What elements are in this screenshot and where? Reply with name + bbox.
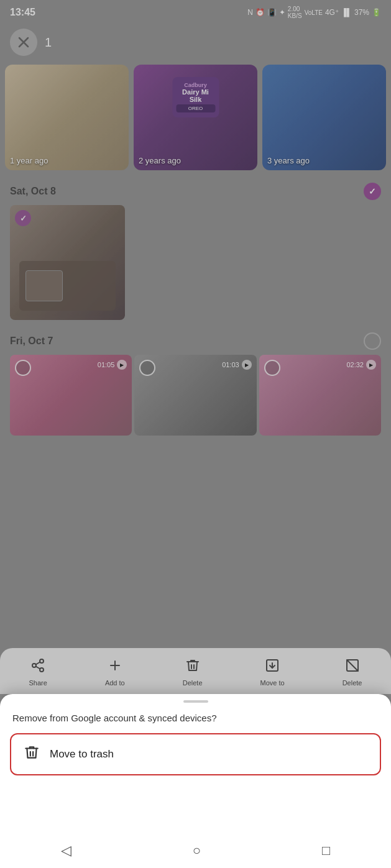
- top-bar: 1: [0, 25, 391, 60]
- alarm-icon: ⏰: [255, 8, 265, 17]
- video-duration-2: 01:03: [222, 361, 239, 368]
- recent-button[interactable]: □: [322, 843, 330, 859]
- toolbar-share[interactable]: Share: [22, 656, 55, 689]
- status-icons: N ⏰ 📳 ✦ 2.00KB/S VoLTE 4G⁺ ▐▌ 37% 🔋: [247, 6, 381, 19]
- select-circle-oct7[interactable]: [364, 332, 381, 350]
- play-icon-2: ▶: [242, 360, 252, 370]
- battery-percent: 37%: [354, 8, 369, 17]
- add-icon: [108, 658, 122, 677]
- video-time-1: 01:05 ▶: [98, 360, 127, 370]
- video-thumb-oct7-2[interactable]: 01:03 ▶: [134, 355, 256, 436]
- memory-thumb-1[interactable]: 1 year ago: [5, 65, 129, 170]
- volte-icon: VoLTE: [305, 9, 323, 16]
- bluetooth-icon: ✦: [279, 8, 285, 17]
- close-icon: [17, 36, 30, 48]
- block-icon: [345, 658, 360, 677]
- share-icon: [30, 658, 45, 677]
- moveto-icon: [265, 658, 280, 677]
- add-label: Add to: [105, 679, 125, 687]
- sheet-handle: [183, 700, 208, 703]
- main-content: 1 year ago Cadbury Dairy MiSilk OREO 2 y…: [0, 60, 391, 438]
- move-to-trash-label: Move to trash: [50, 748, 114, 761]
- signal-icon: 4G⁺: [325, 8, 339, 17]
- bottom-toolbar: Share Add to Delete Move to: [0, 648, 391, 694]
- video-uncheck-1: [15, 360, 31, 376]
- video-time-2: 01:03 ▶: [222, 360, 252, 370]
- video-duration-3: 02:32: [346, 361, 364, 368]
- video-thumb-oct7-1[interactable]: 01:05 ▶: [10, 355, 132, 436]
- signal-bars: ▐▌: [341, 8, 352, 17]
- video-uncheck-2: [139, 360, 155, 376]
- delete2-label: Delete: [343, 679, 362, 687]
- video-uncheck-3: [264, 360, 280, 376]
- section-date-oct8: Sat, Oct 8: [10, 186, 56, 197]
- memory-thumb-3[interactable]: 3 years ago: [262, 65, 386, 170]
- toolbar-add[interactable]: Add to: [98, 656, 132, 689]
- section-date-oct7: Fri, Oct 7: [10, 336, 53, 347]
- toolbar-moveto[interactable]: Move to: [253, 656, 292, 689]
- trash-icon: [24, 744, 40, 764]
- data-speed: 2.00KB/S: [288, 6, 302, 19]
- memory-label-1: 1 year ago: [10, 156, 48, 165]
- memory-label-2: 2 years ago: [139, 156, 181, 165]
- svg-line-11: [347, 660, 358, 671]
- video-duration-1: 01:05: [98, 361, 115, 368]
- svg-line-6: [36, 662, 40, 665]
- nav-bar: ◁ ○ □: [0, 833, 391, 868]
- video-row-oct7: 01:05 ▶ 01:03 ▶ 02:32 ▶: [5, 355, 386, 438]
- svg-line-5: [36, 667, 40, 669]
- nfc-icon: N: [247, 8, 253, 17]
- delete-icon: [185, 658, 200, 677]
- delete-label: Delete: [183, 679, 203, 687]
- section-header-oct7: Fri, Oct 7: [5, 325, 386, 355]
- close-button[interactable]: [10, 29, 37, 56]
- vibrate-icon: 📳: [267, 8, 277, 17]
- section-header-oct8: Sat, Oct 8: [5, 175, 386, 205]
- moveto-label: Move to: [260, 679, 285, 687]
- toolbar-delete[interactable]: Delete: [175, 656, 210, 689]
- back-button[interactable]: ◁: [61, 843, 71, 859]
- move-to-trash-button[interactable]: Move to trash: [10, 733, 381, 775]
- select-circle-oct8[interactable]: [364, 183, 381, 200]
- photo-grid-oct8: [5, 205, 386, 325]
- toolbar-delete2[interactable]: Delete: [335, 656, 370, 689]
- video-thumb-oct7-3[interactable]: 02:32 ▶: [259, 355, 381, 436]
- memory-thumb-2[interactable]: Cadbury Dairy MiSilk OREO 2 years ago: [134, 65, 257, 170]
- selection-count: 1: [45, 35, 52, 50]
- share-label: Share: [29, 679, 47, 687]
- memory-label-3: 3 years ago: [267, 156, 310, 165]
- memories-row: 1 year ago Cadbury Dairy MiSilk OREO 2 y…: [5, 60, 386, 175]
- photo-thumb-oct8-1[interactable]: [10, 205, 125, 320]
- status-time: 13:45: [10, 7, 35, 18]
- video-time-3: 02:32 ▶: [346, 360, 376, 370]
- play-icon-1: ▶: [117, 360, 127, 370]
- status-bar: 13:45 N ⏰ 📳 ✦ 2.00KB/S VoLTE 4G⁺ ▐▌ 37% …: [0, 0, 391, 25]
- home-button[interactable]: ○: [193, 843, 201, 859]
- sheet-message: Remove from Google account & synced devi…: [0, 713, 391, 733]
- play-icon-3: ▶: [366, 360, 376, 370]
- photo-check-oct8-1: [15, 210, 31, 226]
- battery-icon: 🔋: [372, 8, 381, 17]
